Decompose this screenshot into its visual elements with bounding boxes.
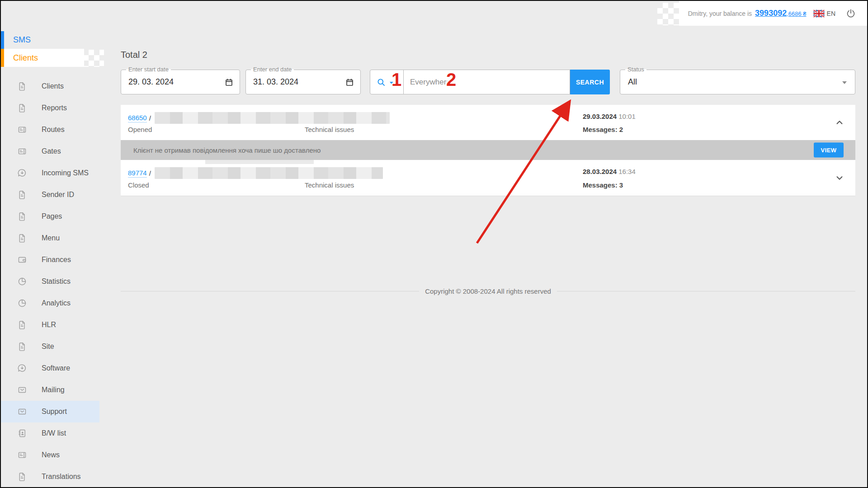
download-bubble-icon	[17, 363, 27, 373]
wallet-icon	[17, 255, 27, 265]
sidebar-item-label: Pages	[42, 212, 62, 221]
sidebar-section-clients[interactable]: Clients	[1, 49, 84, 67]
search-query-input[interactable]	[404, 70, 570, 94]
annotation-number-1: 1	[392, 70, 401, 90]
sidebar-item-support[interactable]: Support	[1, 401, 99, 422]
chevron-up-icon[interactable]	[834, 117, 845, 128]
ticket-id-link[interactable]: 89774	[128, 169, 147, 178]
sidebar-item-clients[interactable]: Clients	[1, 75, 99, 97]
search-query-field[interactable]	[403, 70, 570, 94]
calendar-icon[interactable]	[224, 78, 234, 87]
start-date-label: Enter start date	[126, 66, 171, 73]
ticket-status: Closed	[128, 181, 149, 189]
sidebar-item-menu[interactable]: Menu	[1, 227, 99, 249]
ticket-datetime: 28.03.2024 16:34	[583, 168, 636, 175]
document-icon	[17, 320, 27, 330]
sidebar-section-clients-label: Clients	[13, 53, 38, 63]
sidebar-item-site[interactable]: Site	[1, 336, 99, 357]
sidebar-item-label: Mailing	[42, 386, 65, 394]
copyright-text: Copyright © 2008-2024 All rights reserve…	[419, 287, 557, 295]
view-button[interactable]: VIEW	[814, 143, 844, 158]
language-switcher[interactable]: EN	[813, 10, 835, 17]
language-label: EN	[827, 10, 835, 17]
envelope-icon	[17, 407, 27, 417]
list-card-icon	[17, 146, 27, 156]
redacted-client-name	[155, 167, 383, 179]
sidebar-item-software[interactable]: Software	[1, 357, 99, 379]
ticket-id-link[interactable]: 68650	[128, 114, 147, 122]
sidebar-nav: ClientsReportsRoutesGatesIncoming SMSSen…	[1, 75, 99, 488]
envelope-icon	[17, 385, 27, 395]
sidebar-item-statistics[interactable]: Statistics	[1, 271, 99, 292]
chevron-down-icon	[842, 81, 847, 84]
annotation-number-2: 2	[446, 70, 456, 90]
sidebar-item-reports[interactable]: Reports	[1, 97, 99, 119]
ticket-messages-count: Messages: 2	[583, 126, 623, 133]
sidebar-item-label: Support	[42, 408, 67, 416]
chevron-down-icon[interactable]	[834, 172, 845, 184]
start-date-field[interactable]: Enter start date	[121, 70, 240, 94]
ticket-separator: /	[149, 169, 151, 177]
sidebar-item-label: Reports	[42, 104, 67, 112]
end-date-input[interactable]	[246, 70, 360, 94]
sidebar-item-gates[interactable]: Gates	[1, 141, 99, 162]
document-icon	[17, 233, 27, 243]
sidebar-item-label: HLR	[42, 321, 56, 329]
sidebar-section-sms-label: SMS	[13, 35, 31, 45]
ticket-time: 16:34	[618, 168, 636, 175]
top-bar: Dmitry, your balance is 3993092,6686 ₴ E…	[679, 1, 868, 26]
uk-flag-icon	[813, 10, 825, 17]
sidebar-item-label: Incoming SMS	[42, 169, 89, 177]
sidebar-item-analytics[interactable]: Analytics	[1, 292, 99, 314]
sidebar-item-translations[interactable]: Translations	[1, 466, 99, 488]
sidebar-item-b-w-list[interactable]: B/W list	[1, 422, 99, 444]
sidebar-item-mailing[interactable]: Mailing	[1, 379, 99, 401]
ticket-row: 68650/OpenedTechnical issues29.03.2024 1…	[121, 105, 855, 140]
ticket-time: 10:01	[618, 113, 636, 120]
ticket-row: 89774/ClosedTechnical issues28.03.2024 1…	[121, 160, 855, 196]
sidebar-item-label: Analytics	[42, 299, 71, 307]
document-icon	[17, 472, 27, 482]
sidebar-item-pages[interactable]: Pages	[1, 206, 99, 227]
sidebar-item-news[interactable]: News	[1, 444, 99, 466]
sidebar-section-sms[interactable]: SMS	[1, 31, 99, 49]
ticket-datetime: 29.03.2024 10:01	[583, 113, 636, 120]
sidebar-item-finances[interactable]: Finances	[1, 249, 99, 271]
start-date-input[interactable]	[121, 70, 240, 94]
calendar-icon[interactable]	[345, 78, 354, 87]
footer-divider	[121, 291, 419, 291]
balance-fraction: ,6686 ₴	[787, 10, 806, 17]
app-window: Dmitry, your balance is 3993092,6686 ₴ E…	[0, 0, 868, 488]
pie-chart-icon	[17, 298, 27, 308]
transparency-checker-pattern	[83, 50, 104, 67]
end-date-field[interactable]: Enter end date	[245, 70, 361, 94]
contacts-icon	[17, 428, 27, 438]
sidebar-item-routes[interactable]: Routes	[1, 119, 99, 141]
sidebar-item-label: Routes	[42, 126, 65, 134]
document-icon	[17, 190, 27, 200]
sidebar-item-incoming-sms[interactable]: Incoming SMS	[1, 162, 99, 184]
redacted-fragment	[205, 160, 314, 164]
list-card-icon	[17, 125, 27, 135]
download-bubble-icon	[17, 168, 27, 178]
ticket-message-row: Клієнт не отримав повідомлення хоча пише…	[121, 140, 855, 160]
power-icon[interactable]	[845, 8, 856, 19]
ticket-messages-count: Messages: 3	[583, 181, 623, 189]
ticket-date: 29.03.2024	[583, 113, 617, 120]
sidebar-item-sender-id[interactable]: Sender ID	[1, 184, 99, 206]
ticket-category: Technical issues	[305, 181, 354, 189]
status-value: All	[628, 77, 637, 87]
status-label: Status	[625, 66, 646, 73]
balance-link[interactable]: 3993092,6686 ₴	[755, 9, 806, 18]
sidebar-item-hlr[interactable]: HLR	[1, 314, 99, 336]
sidebar-item-label: News	[42, 451, 60, 459]
ticket-date: 28.03.2024	[583, 168, 617, 175]
search-button[interactable]: SEARCH	[570, 70, 610, 94]
sidebar-item-label: Finances	[42, 256, 71, 264]
ticket-separator: /	[149, 114, 151, 122]
footer: Copyright © 2008-2024 All rights reserve…	[121, 287, 855, 295]
sidebar-item-label: Translations	[42, 473, 81, 481]
sidebar-item-label: B/W list	[42, 429, 66, 437]
footer-divider	[557, 291, 855, 291]
status-select[interactable]: Status All	[620, 70, 855, 94]
